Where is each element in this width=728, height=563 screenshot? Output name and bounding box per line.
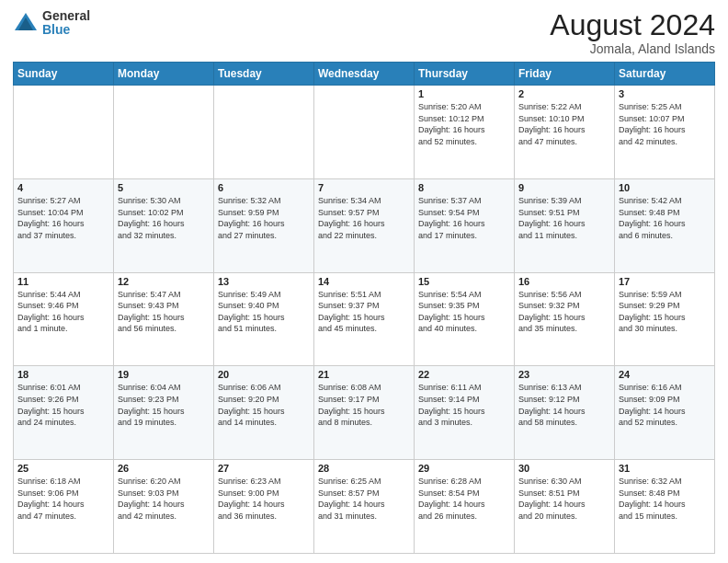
table-row: 5Sunrise: 5:30 AM Sunset: 10:02 PM Dayli… [114, 178, 214, 272]
table-row [14, 86, 114, 179]
table-row: 19Sunrise: 6:04 AM Sunset: 9:23 PM Dayli… [114, 366, 214, 460]
day-info: Sunrise: 6:20 AM Sunset: 9:03 PM Dayligh… [118, 476, 210, 522]
day-number: 2 [518, 88, 610, 99]
table-row: 14Sunrise: 5:51 AM Sunset: 9:37 PM Dayli… [314, 272, 415, 366]
day-number: 17 [619, 276, 711, 287]
table-row: 8Sunrise: 5:37 AM Sunset: 9:54 PM Daylig… [415, 178, 515, 272]
day-info: Sunrise: 6:18 AM Sunset: 9:06 PM Dayligh… [17, 476, 109, 522]
day-number: 6 [218, 182, 310, 193]
table-row: 1Sunrise: 5:20 AM Sunset: 10:12 PM Dayli… [415, 86, 515, 179]
calendar-week-3: 11Sunrise: 5:44 AM Sunset: 9:46 PM Dayli… [14, 272, 715, 366]
header: General Blue August 2024 Jomala, Aland I… [13, 9, 715, 56]
col-thursday: Thursday [415, 63, 515, 86]
calendar-table: Sunday Monday Tuesday Wednesday Thursday… [13, 62, 715, 554]
table-row: 6Sunrise: 5:32 AM Sunset: 9:59 PM Daylig… [214, 178, 314, 272]
logo-icon [13, 10, 39, 36]
table-row: 9Sunrise: 5:39 AM Sunset: 9:51 PM Daylig… [515, 178, 615, 272]
table-row: 29Sunrise: 6:28 AM Sunset: 8:54 PM Dayli… [415, 460, 515, 554]
logo-text: General Blue [42, 9, 90, 38]
col-friday: Friday [515, 63, 615, 86]
table-row: 10Sunrise: 5:42 AM Sunset: 9:48 PM Dayli… [615, 178, 715, 272]
day-info: Sunrise: 5:54 AM Sunset: 9:35 PM Dayligh… [418, 289, 510, 335]
day-number: 31 [619, 463, 711, 474]
day-number: 23 [518, 369, 610, 380]
table-row: 11Sunrise: 5:44 AM Sunset: 9:46 PM Dayli… [14, 272, 114, 366]
day-number: 3 [619, 88, 711, 99]
table-row: 25Sunrise: 6:18 AM Sunset: 9:06 PM Dayli… [14, 460, 114, 554]
table-row [314, 86, 415, 179]
table-row: 3Sunrise: 5:25 AM Sunset: 10:07 PM Dayli… [615, 86, 715, 179]
day-info: Sunrise: 6:25 AM Sunset: 8:57 PM Dayligh… [318, 476, 410, 522]
logo: General Blue [13, 9, 90, 38]
calendar-week-1: 1Sunrise: 5:20 AM Sunset: 10:12 PM Dayli… [14, 86, 715, 179]
col-sunday: Sunday [14, 63, 114, 86]
day-info: Sunrise: 6:01 AM Sunset: 9:26 PM Dayligh… [17, 382, 109, 428]
day-number: 18 [17, 369, 109, 380]
day-info: Sunrise: 5:56 AM Sunset: 9:32 PM Dayligh… [518, 289, 610, 335]
table-row: 30Sunrise: 6:30 AM Sunset: 8:51 PM Dayli… [515, 460, 615, 554]
day-info: Sunrise: 6:16 AM Sunset: 9:09 PM Dayligh… [619, 382, 711, 428]
day-info: Sunrise: 5:30 AM Sunset: 10:02 PM Daylig… [118, 195, 210, 241]
day-number: 8 [418, 182, 510, 193]
day-number: 30 [518, 463, 610, 474]
table-row: 23Sunrise: 6:13 AM Sunset: 9:12 PM Dayli… [515, 366, 615, 460]
title-area: August 2024 Jomala, Aland Islands [550, 9, 715, 56]
day-info: Sunrise: 5:49 AM Sunset: 9:40 PM Dayligh… [218, 289, 310, 335]
day-info: Sunrise: 6:04 AM Sunset: 9:23 PM Dayligh… [118, 382, 210, 428]
table-row: 16Sunrise: 5:56 AM Sunset: 9:32 PM Dayli… [515, 272, 615, 366]
day-info: Sunrise: 6:32 AM Sunset: 8:48 PM Dayligh… [619, 476, 711, 522]
table-row: 7Sunrise: 5:34 AM Sunset: 9:57 PM Daylig… [314, 178, 415, 272]
table-row: 17Sunrise: 5:59 AM Sunset: 9:29 PM Dayli… [615, 272, 715, 366]
table-row: 24Sunrise: 6:16 AM Sunset: 9:09 PM Dayli… [615, 366, 715, 460]
day-info: Sunrise: 6:06 AM Sunset: 9:20 PM Dayligh… [218, 382, 310, 428]
day-number: 28 [318, 463, 410, 474]
day-info: Sunrise: 6:08 AM Sunset: 9:17 PM Dayligh… [318, 382, 410, 428]
table-row: 15Sunrise: 5:54 AM Sunset: 9:35 PM Dayli… [415, 272, 515, 366]
day-number: 1 [418, 88, 510, 99]
day-info: Sunrise: 5:34 AM Sunset: 9:57 PM Dayligh… [318, 195, 410, 241]
day-number: 19 [118, 369, 210, 380]
col-saturday: Saturday [615, 63, 715, 86]
table-row: 28Sunrise: 6:25 AM Sunset: 8:57 PM Dayli… [314, 460, 415, 554]
day-number: 24 [619, 369, 711, 380]
table-row [214, 86, 314, 179]
day-info: Sunrise: 5:51 AM Sunset: 9:37 PM Dayligh… [318, 289, 410, 335]
table-row: 31Sunrise: 6:32 AM Sunset: 8:48 PM Dayli… [615, 460, 715, 554]
day-number: 5 [118, 182, 210, 193]
day-number: 4 [17, 182, 109, 193]
table-row: 13Sunrise: 5:49 AM Sunset: 9:40 PM Dayli… [214, 272, 314, 366]
day-number: 14 [318, 276, 410, 287]
day-info: Sunrise: 5:27 AM Sunset: 10:04 PM Daylig… [17, 195, 109, 241]
day-number: 20 [218, 369, 310, 380]
day-info: Sunrise: 5:42 AM Sunset: 9:48 PM Dayligh… [619, 195, 711, 241]
table-row: 26Sunrise: 6:20 AM Sunset: 9:03 PM Dayli… [114, 460, 214, 554]
page: General Blue August 2024 Jomala, Aland I… [0, 0, 728, 563]
day-info: Sunrise: 5:25 AM Sunset: 10:07 PM Daylig… [619, 101, 711, 147]
table-row: 22Sunrise: 6:11 AM Sunset: 9:14 PM Dayli… [415, 366, 515, 460]
day-info: Sunrise: 6:28 AM Sunset: 8:54 PM Dayligh… [418, 476, 510, 522]
subtitle: Jomala, Aland Islands [550, 41, 715, 56]
table-row: 12Sunrise: 5:47 AM Sunset: 9:43 PM Dayli… [114, 272, 214, 366]
day-info: Sunrise: 5:32 AM Sunset: 9:59 PM Dayligh… [218, 195, 310, 241]
day-number: 11 [17, 276, 109, 287]
col-monday: Monday [114, 63, 214, 86]
day-info: Sunrise: 5:44 AM Sunset: 9:46 PM Dayligh… [17, 289, 109, 335]
day-info: Sunrise: 5:20 AM Sunset: 10:12 PM Daylig… [418, 101, 510, 147]
calendar-week-5: 25Sunrise: 6:18 AM Sunset: 9:06 PM Dayli… [14, 460, 715, 554]
day-info: Sunrise: 6:23 AM Sunset: 9:00 PM Dayligh… [218, 476, 310, 522]
day-info: Sunrise: 5:37 AM Sunset: 9:54 PM Dayligh… [418, 195, 510, 241]
day-info: Sunrise: 5:59 AM Sunset: 9:29 PM Dayligh… [619, 289, 711, 335]
day-info: Sunrise: 6:13 AM Sunset: 9:12 PM Dayligh… [518, 382, 610, 428]
day-number: 10 [619, 182, 711, 193]
day-number: 22 [418, 369, 510, 380]
day-info: Sunrise: 6:11 AM Sunset: 9:14 PM Dayligh… [418, 382, 510, 428]
calendar-week-4: 18Sunrise: 6:01 AM Sunset: 9:26 PM Dayli… [14, 366, 715, 460]
day-number: 29 [418, 463, 510, 474]
logo-general-text: General [42, 9, 90, 23]
day-info: Sunrise: 5:22 AM Sunset: 10:10 PM Daylig… [518, 101, 610, 147]
main-title: August 2024 [550, 9, 715, 41]
day-number: 16 [518, 276, 610, 287]
day-number: 13 [218, 276, 310, 287]
table-row: 2Sunrise: 5:22 AM Sunset: 10:10 PM Dayli… [515, 86, 615, 179]
day-info: Sunrise: 5:39 AM Sunset: 9:51 PM Dayligh… [518, 195, 610, 241]
